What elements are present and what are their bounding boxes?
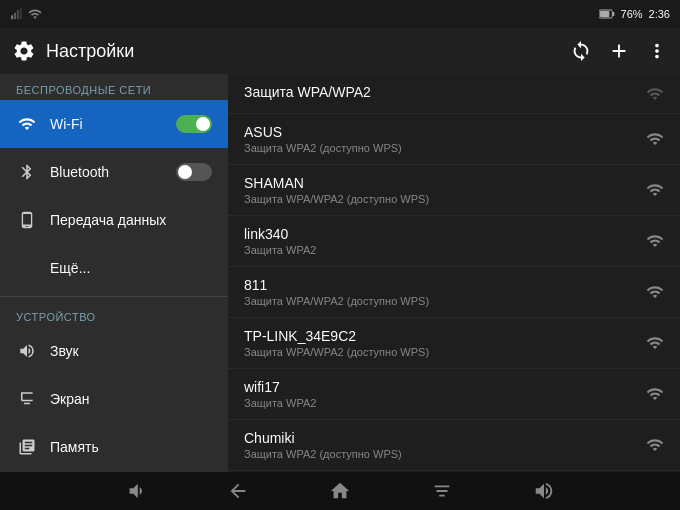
storage-icon <box>16 438 38 457</box>
signal-icon <box>10 7 24 21</box>
network-item-4[interactable]: 811 Защита WPA/WPA2 (доступно WPS) <box>228 267 680 318</box>
wifi-label: Wi-Fi <box>50 116 164 132</box>
network-item-8[interactable]: Lanos RS Защита WPA2 <box>228 471 680 472</box>
main-layout: БЕСПРОВОДНЫЕ СЕТИ Wi-Fi Bluetooth <box>0 74 680 472</box>
toolbar: Настройки <box>0 28 680 74</box>
network-info: 811 Защита WPA/WPA2 (доступно WPS) <box>244 277 636 307</box>
network-name: 811 <box>244 277 636 293</box>
battery-status-icon <box>599 8 615 20</box>
network-security: Защита WPA2 (доступно WPS) <box>244 448 636 460</box>
svg-rect-6 <box>600 11 609 17</box>
data-icon <box>16 211 38 230</box>
section-wireless: БЕСПРОВОДНЫЕ СЕТИ <box>0 74 228 100</box>
status-right: 76% 2:36 <box>599 8 670 20</box>
network-name: wifi17 <box>244 379 636 395</box>
wifi-signal-icon-1 <box>646 129 664 148</box>
svg-rect-2 <box>17 10 19 19</box>
sidebar-item-battery[interactable]: Батарея <box>0 471 228 472</box>
wifi-toggle[interactable] <box>176 115 212 133</box>
network-name: SHAMAN <box>244 175 636 191</box>
network-security: Защита WPA2 <box>244 397 636 409</box>
page-title: Настройки <box>46 41 560 62</box>
network-item-7[interactable]: Chumiki Защита WPA2 (доступно WPS) <box>228 420 680 471</box>
volume-down-nav-icon[interactable] <box>125 480 147 502</box>
sidebar-item-wifi[interactable]: Wi-Fi <box>0 100 228 148</box>
network-info: TP-LINK_34E9C2 Защита WPA/WPA2 (доступно… <box>244 328 636 358</box>
wifi-signal-icon-2 <box>646 180 664 199</box>
network-name: ASUS <box>244 124 636 140</box>
svg-rect-1 <box>14 13 16 19</box>
recent-nav-icon[interactable] <box>431 480 453 502</box>
network-name: Защита WPA/WPA2 <box>244 84 636 100</box>
sync-icon[interactable] <box>570 40 592 62</box>
network-info: ASUS Защита WPA2 (доступно WPS) <box>244 124 636 154</box>
network-security: Защита WPA2 (доступно WPS) <box>244 142 636 154</box>
sidebar: БЕСПРОВОДНЫЕ СЕТИ Wi-Fi Bluetooth <box>0 74 228 472</box>
network-item-2[interactable]: SHAMAN Защита WPA/WPA2 (доступно WPS) <box>228 165 680 216</box>
sidebar-item-data[interactable]: Передача данных <box>0 196 228 244</box>
bluetooth-icon <box>16 163 38 182</box>
volume-up-nav-icon[interactable] <box>533 480 555 502</box>
network-info: wifi17 Защита WPA2 <box>244 379 636 409</box>
network-security: Защита WPA/WPA2 (доступно WPS) <box>244 193 636 205</box>
network-item-1[interactable]: ASUS Защита WPA2 (доступно WPS) <box>228 114 680 165</box>
network-item-5[interactable]: TP-LINK_34E9C2 Защита WPA/WPA2 (доступно… <box>228 318 680 369</box>
status-bar: 76% 2:36 <box>0 0 680 28</box>
battery-percent: 76% <box>621 8 643 20</box>
sidebar-item-storage[interactable]: Память <box>0 423 228 471</box>
wifi-signal-icon-6 <box>646 384 664 403</box>
network-list: Защита WPA/WPA2 ASUS Защита WPA2 (доступ… <box>228 74 680 472</box>
wifi-status-icon <box>28 7 42 21</box>
nav-bar <box>0 472 680 510</box>
wifi-signal-icon-3 <box>646 231 664 250</box>
section-device: УСТРОЙСТВО <box>0 301 228 327</box>
network-item-6[interactable]: wifi17 Защита WPA2 <box>228 369 680 420</box>
svg-rect-5 <box>612 12 614 16</box>
sidebar-item-more[interactable]: Ещё... <box>0 244 228 292</box>
network-item-0[interactable]: Защита WPA/WPA2 <box>228 74 680 114</box>
wifi-signal-icon-5 <box>646 333 664 352</box>
sound-label: Звук <box>50 343 212 359</box>
display-icon <box>16 390 38 409</box>
wifi-signal-icon <box>646 84 664 103</box>
toolbar-icons <box>570 40 668 62</box>
back-nav-icon[interactable] <box>227 480 249 502</box>
more-vert-icon[interactable] <box>646 40 668 62</box>
bluetooth-toggle[interactable] <box>176 163 212 181</box>
divider-1 <box>0 296 228 297</box>
wifi-signal-icon-7 <box>646 435 664 454</box>
network-security: Защита WPA/WPA2 (доступно WPS) <box>244 295 636 307</box>
storage-label: Память <box>50 439 212 455</box>
wifi-signal-icon-4 <box>646 282 664 301</box>
display-label: Экран <box>50 391 212 407</box>
network-name: link340 <box>244 226 636 242</box>
more-label: Ещё... <box>50 260 212 276</box>
network-info: SHAMAN Защита WPA/WPA2 (доступно WPS) <box>244 175 636 205</box>
svg-rect-3 <box>20 8 22 19</box>
sound-icon <box>16 342 38 361</box>
data-label: Передача данных <box>50 212 212 228</box>
add-icon[interactable] <box>608 40 630 62</box>
network-security: Защита WPA2 <box>244 244 636 256</box>
network-info: link340 Защита WPA2 <box>244 226 636 256</box>
wifi-icon <box>16 115 38 134</box>
network-security: Защита WPA/WPA2 (доступно WPS) <box>244 346 636 358</box>
bluetooth-label: Bluetooth <box>50 164 164 180</box>
network-name: Chumiki <box>244 430 636 446</box>
sidebar-item-bluetooth[interactable]: Bluetooth <box>0 148 228 196</box>
status-left <box>10 7 42 21</box>
network-info: Chumiki Защита WPA2 (доступно WPS) <box>244 430 636 460</box>
network-info: Защита WPA/WPA2 <box>244 84 636 102</box>
sidebar-item-display[interactable]: Экран <box>0 375 228 423</box>
sidebar-item-sound[interactable]: Звук <box>0 327 228 375</box>
settings-gear-icon <box>12 39 36 63</box>
network-item-3[interactable]: link340 Защита WPA2 <box>228 216 680 267</box>
svg-rect-0 <box>11 15 13 19</box>
time-display: 2:36 <box>649 8 670 20</box>
network-name: TP-LINK_34E9C2 <box>244 328 636 344</box>
home-nav-icon[interactable] <box>329 480 351 502</box>
